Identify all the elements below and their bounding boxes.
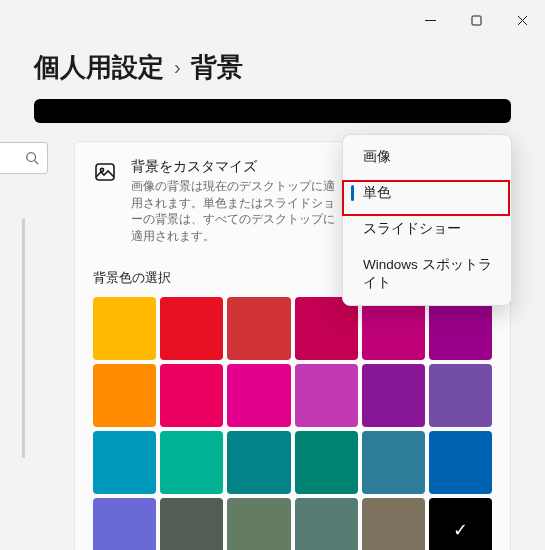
dropdown-item-1[interactable]: 単色 (347, 175, 507, 211)
color-swatch[interactable] (295, 498, 358, 550)
chevron-right-icon: › (174, 56, 181, 79)
background-card: 背景をカスタマイズ 画像の背景は現在のデスクトップに適用されます。単色またはスラ… (74, 141, 511, 550)
minimize-icon (425, 15, 436, 26)
svg-point-4 (27, 153, 36, 162)
color-swatch[interactable] (362, 431, 425, 494)
dropdown-item-2[interactable]: スライドショー (347, 211, 507, 247)
close-button[interactable] (499, 4, 545, 36)
color-swatch[interactable] (429, 297, 492, 360)
color-swatch[interactable] (227, 364, 290, 427)
background-type-dropdown[interactable]: 画像単色スライドショーWindows スポットライト (342, 134, 512, 306)
color-swatch[interactable] (227, 431, 290, 494)
customize-description: 画像の背景は現在のデスクトップに適用されます。単色またはスライドショーの背景は、… (131, 178, 341, 245)
scrollbar-track (22, 218, 25, 458)
color-swatch[interactable] (295, 431, 358, 494)
breadcrumb: 個人用設定 › 背景 (0, 40, 545, 99)
close-icon (517, 15, 528, 26)
dropdown-item-0[interactable]: 画像 (347, 139, 507, 175)
color-swatch[interactable] (295, 297, 358, 360)
svg-line-5 (35, 161, 39, 165)
breadcrumb-current: 背景 (191, 50, 243, 85)
color-swatch[interactable] (93, 498, 156, 550)
color-swatch[interactable] (362, 364, 425, 427)
dropdown-item-3[interactable]: Windows スポットライト (347, 247, 507, 301)
breadcrumb-parent[interactable]: 個人用設定 (34, 50, 164, 85)
minimize-button[interactable] (407, 4, 453, 36)
color-swatch[interactable] (429, 431, 492, 494)
check-icon: ✓ (429, 498, 492, 550)
color-swatch-grid: ✓ (93, 297, 492, 550)
color-swatch[interactable] (227, 498, 290, 550)
left-panel-stub (0, 142, 48, 174)
search-input[interactable] (0, 142, 48, 174)
window-titlebar (0, 0, 545, 40)
color-swatch[interactable] (93, 364, 156, 427)
color-swatch[interactable] (227, 297, 290, 360)
picture-icon (93, 160, 117, 184)
maximize-icon (471, 15, 482, 26)
color-swatch[interactable] (362, 498, 425, 550)
color-swatch[interactable] (295, 364, 358, 427)
search-icon (25, 151, 39, 165)
customize-title: 背景をカスタマイズ (131, 158, 341, 176)
maximize-button[interactable] (453, 4, 499, 36)
color-swatch[interactable] (160, 364, 223, 427)
svg-rect-1 (472, 16, 481, 25)
color-swatch[interactable] (362, 297, 425, 360)
color-swatch[interactable] (429, 364, 492, 427)
color-swatch[interactable] (93, 431, 156, 494)
svg-rect-6 (96, 164, 114, 180)
color-swatch[interactable] (160, 431, 223, 494)
color-swatch[interactable] (93, 297, 156, 360)
color-swatch[interactable]: ✓ (429, 498, 492, 550)
preview-strip (34, 99, 511, 123)
color-swatch[interactable] (160, 498, 223, 550)
color-swatch[interactable] (160, 297, 223, 360)
